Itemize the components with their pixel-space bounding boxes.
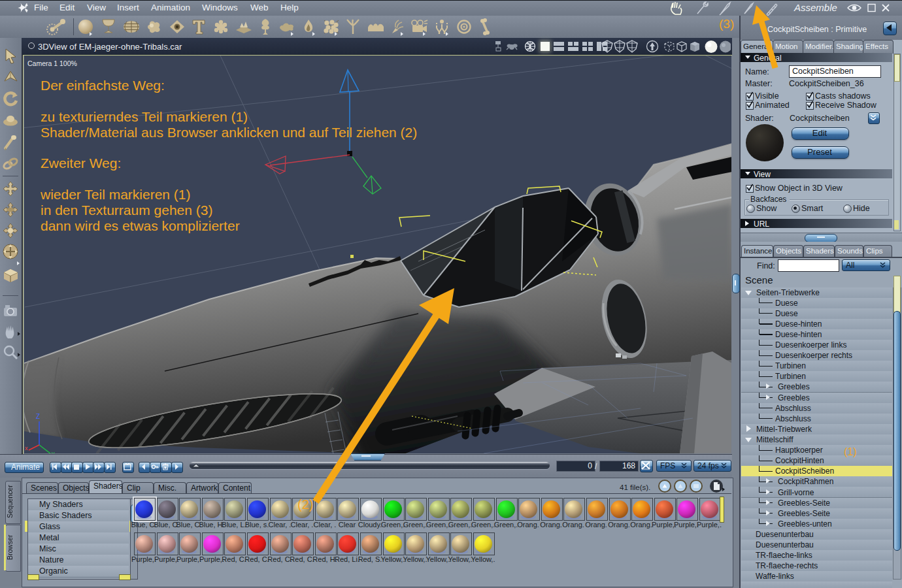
svg-text:y: y <box>52 450 55 453</box>
svg-text:x: x <box>25 445 28 451</box>
svg-text:Z: Z <box>36 413 40 420</box>
